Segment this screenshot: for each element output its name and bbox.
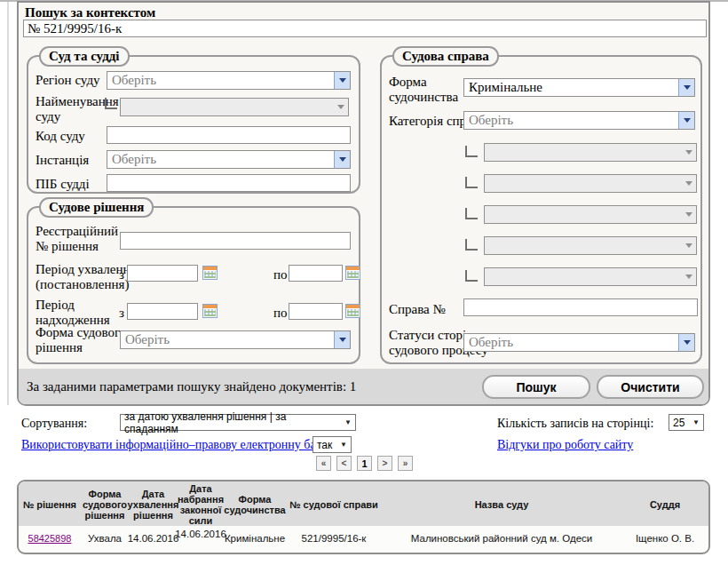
cell-adoption-date: 14.06.2016 (129, 526, 178, 553)
decision-number-link[interactable]: 58425898 (28, 533, 72, 545)
cell-court-name: Малиновський районний суд м. Одеси (382, 526, 621, 553)
legal-base-select[interactable]: так ▼ (313, 436, 352, 453)
indent-connector-icon (465, 270, 478, 282)
justice-form-select[interactable]: Кримінальне (463, 78, 695, 97)
case-number-label: Справа № (389, 302, 446, 317)
subcategory-select-4 (484, 236, 697, 255)
receipt-to-input[interactable] (289, 303, 343, 320)
case-category-select[interactable]: Оберіть (463, 111, 695, 130)
sort-select-value: за датою ухвалення рішення | за спадання… (124, 410, 338, 435)
clear-button[interactable]: Очистити (597, 375, 704, 399)
page-prev-button[interactable]: < (336, 456, 352, 471)
page-last-button[interactable]: » (398, 456, 413, 471)
dropdown-arrow-icon (678, 112, 694, 129)
status-bar: За заданими параметрами пошуку знайдено … (19, 369, 708, 404)
case-number-input[interactable] (463, 298, 698, 316)
select-arrow-icon: ▼ (334, 441, 347, 449)
receipt-from-calendar-icon[interactable] (202, 304, 218, 318)
adoption-to-input[interactable] (289, 265, 343, 282)
reg-number-label: Реєстраційний № рішення (36, 224, 131, 255)
region-select-value: Оберіть (107, 72, 334, 89)
page-1-button[interactable]: 1 (357, 456, 372, 471)
indent-connector-icon (465, 146, 478, 157)
adoption-from-input[interactable] (127, 265, 198, 282)
header-case-number: № судової справи (286, 481, 382, 528)
case-fieldset-legend: Судова справа (392, 46, 499, 67)
sort-select[interactable]: за датою ухвалення рішення | за спадання… (120, 414, 356, 431)
receipt-from-input[interactable] (127, 303, 198, 320)
dropdown-arrow-icon (681, 175, 696, 192)
indent-connector-icon (465, 177, 478, 188)
court-code-input[interactable] (107, 126, 351, 144)
court-name-select (120, 98, 349, 116)
dropdown-arrow-icon (334, 72, 350, 89)
per-page-select-value: 25 (673, 417, 684, 429)
per-page-label: Кількість записів на сторінці: (497, 417, 653, 431)
page-next-button[interactable]: > (377, 456, 392, 471)
adoption-to-calendar-icon[interactable] (345, 266, 360, 280)
dropdown-arrow-icon (681, 237, 696, 254)
subcategory-select-2 (484, 174, 697, 193)
sort-label: Сортування: (21, 417, 87, 431)
dropdown-arrow-icon (334, 151, 350, 168)
search-button[interactable]: Пошук (482, 375, 590, 399)
per-page-select[interactable]: 25 ▼ (669, 414, 704, 431)
legal-base-link[interactable]: Використовувати інформаційно–правову еле… (21, 438, 330, 452)
receipt-from-label: з (119, 306, 124, 321)
indent-connector-icon (465, 239, 478, 251)
cell-decision-form: Ухвала (81, 526, 129, 553)
select-arrow-icon: ▼ (686, 418, 700, 426)
dropdown-arrow-icon (334, 331, 350, 348)
receipt-to-calendar-icon[interactable] (345, 304, 360, 318)
table-row: 58425898 Ухвала 14.06.2016 14.06.2016 Кр… (19, 526, 708, 553)
justice-form-select-value: Кримінальне (464, 79, 678, 96)
subcategory-select-3 (484, 205, 697, 224)
outer-left-border (7, 2, 9, 405)
cell-legal-force-date: 14.06.2016 (178, 526, 224, 553)
party-status-select-value: Оберіть (464, 334, 678, 351)
cell-case-number: 521/9995/16-к (286, 526, 382, 553)
dropdown-arrow-icon (678, 334, 694, 351)
dropdown-arrow-icon (681, 268, 696, 285)
header-adoption-date: Дата ухвалення рішення (129, 481, 178, 528)
indent-connector-icon (105, 98, 117, 109)
results-count-text: За заданими параметрами пошуку знайдено … (27, 379, 356, 394)
decision-form-select[interactable]: Оберіть (120, 330, 351, 349)
header-legal-force-date: Дата набрання законної сили (178, 481, 224, 528)
instance-select[interactable]: Оберіть (107, 150, 351, 169)
instance-select-value: Оберіть (107, 151, 334, 168)
reg-number-input[interactable] (120, 232, 351, 250)
case-category-select-value: Оберіть (464, 112, 678, 129)
adoption-from-calendar-icon[interactable] (202, 266, 218, 280)
results-table: № рішення Форма судового рішення Дата ух… (17, 480, 710, 554)
context-search-input[interactable] (23, 20, 707, 37)
party-status-select[interactable]: Оберіть (463, 333, 695, 352)
context-search-label: Пошук за контекстом (25, 5, 155, 20)
page-first-button[interactable]: « (316, 456, 331, 471)
adoption-from-label: з (119, 267, 124, 282)
feedback-link[interactable]: Відгуки про роботу сайту (497, 438, 633, 452)
court-code-label: Код суду (36, 129, 85, 144)
search-form-panel: Пошук за контекстом Суд та судді Регіон … (17, 1, 710, 406)
court-name-select-value (121, 99, 333, 115)
decision-fieldset-legend: Судове рішення (39, 197, 154, 218)
court-registry-search-page: Пошук за контекстом Суд та судді Регіон … (0, 0, 728, 565)
pagination: « < 1 > » (316, 456, 413, 471)
select-arrow-icon: ▼ (338, 418, 352, 426)
header-decision-number: № рішення (19, 481, 81, 528)
indent-connector-icon (465, 208, 478, 219)
region-label: Регіон суду (36, 73, 100, 88)
instance-label: Інстанція (36, 153, 89, 168)
court-fieldset: Суд та судді Регіон суду Оберіть Наймену… (27, 55, 360, 194)
judge-name-label: ПІБ судді (36, 177, 90, 192)
cell-judge: Іщенко О. В. (621, 526, 708, 553)
judge-name-input[interactable] (107, 174, 351, 192)
header-court-name: Назва суду (382, 481, 621, 528)
dropdown-arrow-icon (681, 206, 696, 223)
dropdown-arrow-icon (681, 144, 696, 161)
region-select[interactable]: Оберіть (107, 71, 351, 90)
cell-justice-form: Кримінальне (224, 526, 286, 553)
dropdown-arrow-icon (333, 99, 348, 115)
header-decision-form: Форма судового рішення (81, 481, 129, 528)
header-justice-form: Форма судочинства (224, 481, 286, 528)
